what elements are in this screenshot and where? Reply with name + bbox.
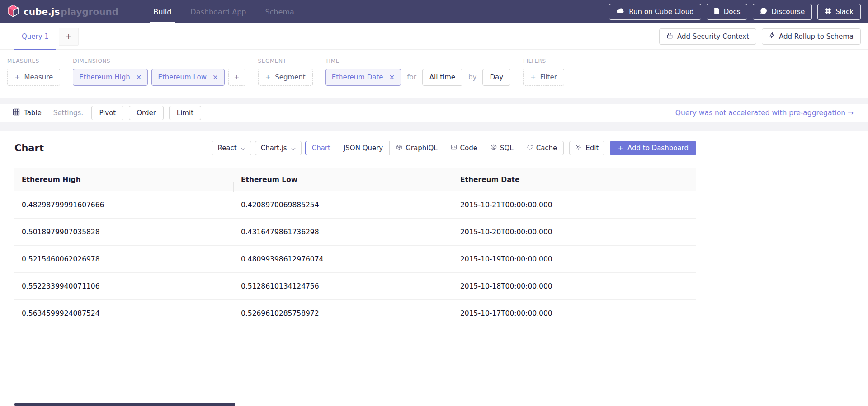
discourse-button[interactable]: Discourse xyxy=(753,4,812,20)
dimension-chip-ethereum-low[interactable]: Ethereum Low × xyxy=(151,69,224,86)
column-header-ethereum-date: Ethereum Date xyxy=(453,176,696,184)
framework-select[interactable]: React xyxy=(212,141,251,155)
add-rollup-to-schema-button[interactable]: Add Rollup to Schema xyxy=(762,28,861,45)
nav-link-dashboard-app[interactable]: Dashboard App xyxy=(181,0,255,23)
add-filter-button[interactable]: + Filter xyxy=(523,69,564,86)
add-measure-button[interactable]: + Measure xyxy=(7,69,60,86)
chart-controls: React Chart.js Chart JSON Query xyxy=(212,141,696,155)
chevron-down-icon xyxy=(241,144,245,152)
cell: 2015-10-17T00:00:00.000 xyxy=(453,309,696,317)
column-header-ethereum-low: Ethereum Low xyxy=(234,176,453,184)
view-mode-code[interactable]: Code xyxy=(444,141,484,155)
preaggregation-link[interactable]: Query was not accelerated with pre-aggre… xyxy=(675,109,854,117)
segment-label: SEGMENT xyxy=(258,58,313,64)
sql-console-icon xyxy=(491,144,497,152)
gear-icon xyxy=(575,144,581,152)
query-tabs-bar: Query 1 + Add Security Context Add Rollu… xyxy=(0,23,868,50)
chart-type-select[interactable]: Table xyxy=(13,108,42,117)
plus-icon: + xyxy=(530,73,536,81)
view-mode-group: Chart JSON Query GraphiQL Code xyxy=(305,141,564,155)
cell: 2015-10-21T00:00:00.000 xyxy=(453,201,696,209)
document-icon xyxy=(714,8,720,16)
view-mode-cache[interactable]: Cache xyxy=(520,141,564,155)
chevron-down-icon xyxy=(291,144,296,152)
cell: 0.5018979907035828 xyxy=(14,228,234,236)
table-row: 0.5522339940071106 0.5128610134124756 20… xyxy=(14,273,696,300)
measures-group: MEASURES + Measure xyxy=(7,58,60,86)
column-header-ethereum-high: Ethereum High xyxy=(14,176,234,184)
plus-icon: + xyxy=(234,73,240,81)
view-mode-json-query[interactable]: JSON Query xyxy=(337,141,390,155)
date-range-button[interactable]: All time xyxy=(422,69,462,86)
nav-link-build[interactable]: Build xyxy=(144,0,181,23)
brand-name: cube.js xyxy=(24,6,60,17)
nav-link-schema[interactable]: Schema xyxy=(255,0,303,23)
table-row: 0.5018979907035828 0.4316479861736298 20… xyxy=(14,219,696,246)
brand: cube.jsplayground xyxy=(7,0,118,23)
view-mode-chart[interactable]: Chart xyxy=(305,141,337,155)
limit-button[interactable]: Limit xyxy=(169,106,201,120)
segment-group: SEGMENT + Segment xyxy=(258,58,313,86)
cell: 2015-10-20T00:00:00.000 xyxy=(453,228,696,236)
run-on-cube-cloud-button[interactable]: Run on Cube Cloud xyxy=(609,4,701,20)
plus-icon: + xyxy=(66,32,72,41)
table-header-row: Ethereum High Ethereum Low Ethereum Date xyxy=(14,168,696,191)
close-icon[interactable]: × xyxy=(212,73,218,81)
docs-button[interactable]: Docs xyxy=(707,4,748,20)
brand-suffix: playground xyxy=(61,6,118,17)
cell: 2015-10-19T00:00:00.000 xyxy=(453,255,696,263)
close-icon[interactable]: × xyxy=(389,73,395,81)
time-dimension-chip-ethereum-date[interactable]: Ethereum Date × xyxy=(326,69,401,86)
lock-icon xyxy=(666,32,673,41)
view-mode-sql[interactable]: SQL xyxy=(484,141,520,155)
time-label: TIME xyxy=(326,58,510,64)
close-icon[interactable]: × xyxy=(136,73,142,81)
plus-icon: + xyxy=(14,73,20,81)
cell: 0.5522339940071106 xyxy=(14,282,234,290)
edit-button[interactable]: Edit xyxy=(569,141,604,155)
chart-library-select[interactable]: Chart.js xyxy=(255,141,302,155)
add-query-tab-button[interactable]: + xyxy=(59,28,79,46)
slack-icon xyxy=(825,8,831,16)
filters-group: FILTERS + Filter xyxy=(523,58,564,86)
add-security-context-button[interactable]: Add Security Context xyxy=(659,28,756,45)
pivot-button[interactable]: Pivot xyxy=(91,106,123,120)
tabs-actions: Add Security Context Add Rollup to Schem… xyxy=(659,28,861,45)
add-dimension-button[interactable]: + xyxy=(228,69,245,86)
plus-icon: + xyxy=(618,144,623,152)
top-navbar: cube.jsplayground Build Dashboard App Sc… xyxy=(0,0,868,23)
order-button[interactable]: Order xyxy=(129,106,164,120)
add-to-dashboard-button[interactable]: + Add to Dashboard xyxy=(610,141,696,155)
result-table: Ethereum High Ethereum Low Ethereum Date… xyxy=(14,168,696,327)
table-grid-icon xyxy=(13,108,20,117)
query-section: Query 1 + Add Security Context Add Rollu… xyxy=(0,23,868,98)
chart-panel-header: Chart React Chart.js Chart JSON Query xyxy=(14,138,696,158)
cell: 2015-10-18T00:00:00.000 xyxy=(453,282,696,290)
refresh-icon xyxy=(527,144,533,152)
table-row: 0.48298799991607666 0.4208970069885254 2… xyxy=(14,191,696,219)
discourse-icon xyxy=(760,7,767,16)
lightning-icon xyxy=(769,32,775,41)
chart-panel-title: Chart xyxy=(14,143,44,154)
settings-label: Settings: xyxy=(53,109,84,117)
table-row: 0.5215460062026978 0.48099398612976074 2… xyxy=(14,246,696,273)
measures-label: MEASURES xyxy=(7,58,60,64)
horizontal-scrollbar-thumb[interactable] xyxy=(14,403,235,406)
granularity-button[interactable]: Day xyxy=(482,69,510,86)
cell: 0.4316479861736298 xyxy=(234,228,453,236)
tab-query-1[interactable]: Query 1 xyxy=(14,23,56,49)
view-mode-graphiql[interactable]: GraphiQL xyxy=(389,141,444,155)
table-row: 0.5634599924087524 0.5269610285758972 20… xyxy=(14,300,696,327)
dimensions-label: DIMENSIONS xyxy=(73,58,245,64)
code-icon xyxy=(451,144,457,152)
slack-button[interactable]: Slack xyxy=(817,4,861,20)
cubejs-logo-icon xyxy=(7,5,19,19)
cell: 0.5269610285758972 xyxy=(234,309,453,317)
navbar-actions: Run on Cube Cloud Docs Discourse xyxy=(609,0,861,23)
time-group: TIME Ethereum Date × for All time by Day xyxy=(326,58,510,86)
cell: 0.5634599924087524 xyxy=(14,309,234,317)
add-segment-button[interactable]: + Segment xyxy=(258,69,313,86)
dimension-chip-ethereum-high[interactable]: Ethereum High × xyxy=(73,69,148,86)
settings-buttons: Pivot Order Limit xyxy=(91,106,201,120)
navbar-links: Build Dashboard App Schema xyxy=(144,0,304,23)
